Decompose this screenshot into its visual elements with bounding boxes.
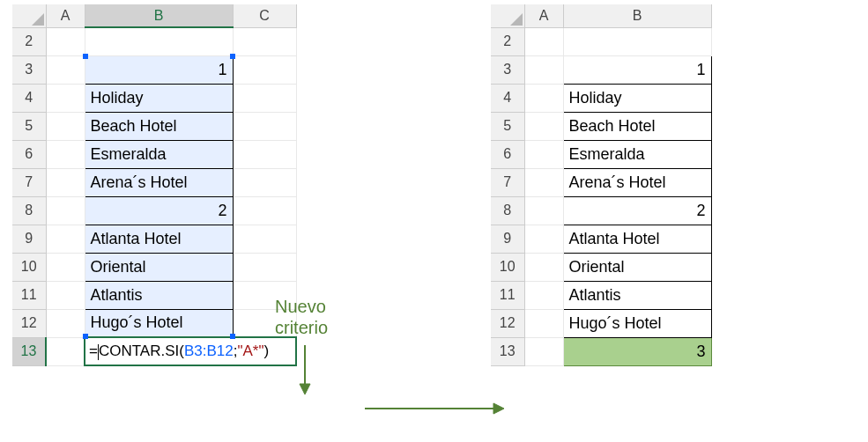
- cell-A12[interactable]: [524, 309, 563, 337]
- row-header-2[interactable]: 2: [12, 27, 46, 55]
- row-header-9[interactable]: 9: [491, 225, 524, 253]
- formula-function: CONTAR.SI(: [99, 343, 184, 359]
- cell-A3[interactable]: [524, 55, 563, 84]
- row-header-12[interactable]: 12: [12, 309, 46, 337]
- cell-A7[interactable]: [46, 168, 85, 196]
- cell-B4[interactable]: Holiday: [563, 84, 711, 112]
- spreadsheet-left[interactable]: A B C 2 3 1 4 Holiday 5: [12, 4, 297, 366]
- cell-B2[interactable]: [563, 27, 711, 55]
- row-header-5[interactable]: 5: [491, 112, 524, 140]
- cell-value: 1: [218, 61, 226, 78]
- row-header-6[interactable]: 6: [491, 140, 524, 168]
- cell-B7[interactable]: Arena´s Hotel: [85, 168, 233, 196]
- row-header-12[interactable]: 12: [491, 309, 524, 337]
- cell-A2[interactable]: [524, 27, 563, 55]
- cell-C3[interactable]: [233, 55, 296, 84]
- cell-A13[interactable]: [524, 337, 563, 365]
- cell-A9[interactable]: [46, 225, 85, 253]
- cell-B10[interactable]: Oriental: [563, 253, 711, 281]
- row-header-10[interactable]: 10: [491, 253, 524, 281]
- col-header-B[interactable]: B: [563, 4, 711, 27]
- cell-B2[interactable]: [85, 27, 233, 55]
- cell-B11[interactable]: Atlantis: [563, 281, 711, 309]
- cell-value: Hugo´s Hotel: [569, 314, 662, 332]
- cell-value: Arena´s Hotel: [91, 173, 188, 191]
- cell-B9[interactable]: Atlanta Hotel: [563, 225, 711, 253]
- spreadsheet-right[interactable]: A B 2 3 1 4 Holiday 5 Beach Hotel 6 Esme…: [491, 4, 712, 366]
- cell-A3[interactable]: [46, 55, 85, 84]
- cell-C5[interactable]: [233, 112, 296, 140]
- cell-B11[interactable]: Atlantis: [85, 281, 233, 309]
- cell-C7[interactable]: [233, 168, 296, 196]
- col-header-A[interactable]: A: [524, 4, 563, 27]
- row-header-10[interactable]: 10: [12, 253, 46, 281]
- cell-A13[interactable]: [46, 337, 85, 365]
- row-header-4[interactable]: 4: [12, 84, 46, 112]
- row-header-7[interactable]: 7: [12, 168, 46, 196]
- row-header-11[interactable]: 11: [12, 281, 46, 309]
- cell-B8[interactable]: 2: [85, 196, 233, 225]
- select-all-corner[interactable]: [12, 4, 46, 27]
- col-header-C[interactable]: C: [233, 4, 296, 27]
- cell-B13-result[interactable]: 3: [563, 337, 711, 365]
- cell-B12[interactable]: Hugo´s Hotel: [563, 309, 711, 337]
- cell-value: Beach Hotel: [91, 117, 177, 135]
- cell-C8[interactable]: [233, 196, 296, 225]
- cell-B12[interactable]: Hugo´s Hotel: [85, 309, 233, 337]
- row-header-3[interactable]: 3: [491, 55, 524, 84]
- row-header-7[interactable]: 7: [491, 168, 524, 196]
- cell-A2[interactable]: [46, 27, 85, 55]
- cell-B3[interactable]: 1: [85, 55, 233, 84]
- cell-A8[interactable]: [524, 196, 563, 225]
- row-header-3[interactable]: 3: [12, 55, 46, 84]
- cell-B6[interactable]: Esmeralda: [563, 140, 711, 168]
- cell-C4[interactable]: [233, 84, 296, 112]
- cell-A5[interactable]: [524, 112, 563, 140]
- row-header-6[interactable]: 6: [12, 140, 46, 168]
- cell-A12[interactable]: [46, 309, 85, 337]
- cell-A6[interactable]: [524, 140, 563, 168]
- cell-value: Atlantis: [569, 286, 621, 304]
- row-header-8[interactable]: 8: [491, 196, 524, 225]
- cell-A11[interactable]: [524, 281, 563, 309]
- cell-A9[interactable]: [524, 225, 563, 253]
- cell-B10[interactable]: Oriental: [85, 253, 233, 281]
- cell-B8[interactable]: 2: [563, 196, 711, 225]
- cell-B7[interactable]: Arena´s Hotel: [563, 168, 711, 196]
- cell-value: 3: [696, 343, 705, 360]
- row-header-9[interactable]: 9: [12, 225, 46, 253]
- cell-A5[interactable]: [46, 112, 85, 140]
- cell-C2[interactable]: [233, 27, 296, 55]
- row-header-11[interactable]: 11: [491, 281, 524, 309]
- row-header-5[interactable]: 5: [12, 112, 46, 140]
- row-header-4[interactable]: 4: [491, 84, 524, 112]
- cell-B4[interactable]: Holiday: [85, 84, 233, 112]
- cell-C10[interactable]: [233, 253, 296, 281]
- row-header-13[interactable]: 13: [12, 337, 46, 365]
- row-header-2[interactable]: 2: [491, 27, 524, 55]
- cell-B5[interactable]: Beach Hotel: [563, 112, 711, 140]
- cell-A4[interactable]: [46, 84, 85, 112]
- row-header-13[interactable]: 13: [491, 337, 524, 365]
- cell-B6[interactable]: Esmeralda: [85, 140, 233, 168]
- cell-value: Esmeralda: [91, 145, 167, 163]
- cell-value: 2: [696, 202, 705, 219]
- cell-B3[interactable]: 1: [563, 55, 711, 84]
- cell-B5[interactable]: Beach Hotel: [85, 112, 233, 140]
- cell-A10[interactable]: [524, 253, 563, 281]
- cell-A8[interactable]: [46, 196, 85, 225]
- col-header-A[interactable]: A: [46, 4, 85, 27]
- cell-A7[interactable]: [524, 168, 563, 196]
- cell-A11[interactable]: [46, 281, 85, 309]
- cell-A10[interactable]: [46, 253, 85, 281]
- col-header-B[interactable]: B: [85, 4, 233, 27]
- select-all-corner[interactable]: [491, 4, 524, 27]
- cell-A6[interactable]: [46, 140, 85, 168]
- cell-C6[interactable]: [233, 140, 296, 168]
- cell-C9[interactable]: [233, 225, 296, 253]
- cell-value: Hugo´s Hotel: [91, 313, 183, 331]
- row-header-8[interactable]: 8: [12, 196, 46, 225]
- cell-B13-formula[interactable]: =CONTAR.SI(B3:B12;"A*"): [85, 337, 296, 365]
- cell-A4[interactable]: [524, 84, 563, 112]
- cell-B9[interactable]: Atlanta Hotel: [85, 225, 233, 253]
